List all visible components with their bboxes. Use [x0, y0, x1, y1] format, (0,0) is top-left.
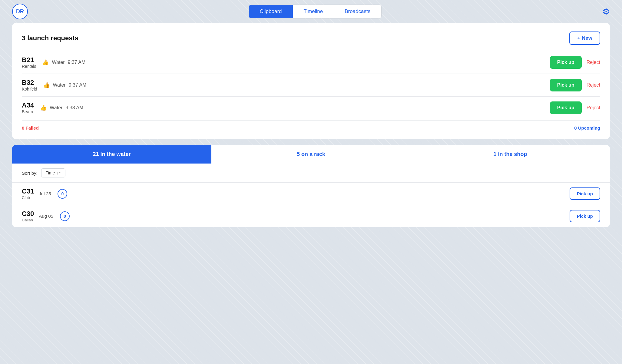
- pickup-button-2[interactable]: Pick up: [550, 79, 582, 91]
- sort-by-label: Sort by:: [22, 170, 38, 176]
- request-actions-2: Pick up Reject: [550, 79, 600, 91]
- boat-code-lg-1: C31: [22, 187, 34, 195]
- request-actions-3: Pick up Reject: [550, 101, 600, 114]
- boat-info-1: B21 Rentals: [22, 56, 36, 69]
- water-label: in the water: [99, 151, 131, 157]
- tab-on-rack[interactable]: 5 on a rack: [211, 145, 411, 164]
- rack-label: on a rack: [300, 151, 325, 157]
- sort-value: Time: [46, 170, 55, 175]
- status-tab-bar: 21 in the water 5 on a rack 1 in the sho…: [12, 145, 610, 164]
- shop-label: in the shop: [497, 151, 527, 157]
- card-title: 3 launch requests: [22, 34, 78, 42]
- request-info-1: 👍 Water 9:37 AM: [42, 59, 85, 66]
- sort-bar: Sort by: Time ↓↑: [12, 164, 610, 182]
- card-footer: 0 Failed 0 Upcoming: [22, 120, 600, 131]
- tab-timeline[interactable]: Timeline: [293, 5, 334, 18]
- rack-count: 5: [297, 151, 300, 157]
- tab-in-shop[interactable]: 1 in the shop: [411, 145, 610, 164]
- reject-button-1[interactable]: Reject: [587, 60, 600, 65]
- boat-code-3: A34: [22, 101, 34, 109]
- thumb-icon-1: 👍: [42, 59, 49, 66]
- launch-requests-card: 3 launch requests + New B21 Rentals 👍 Wa…: [12, 23, 610, 139]
- boat-row-left-2: C30 Callan Aug 05 0: [22, 210, 70, 222]
- boat-date-1: Jul 25: [39, 191, 51, 196]
- tab-broadcasts[interactable]: Broadcasts: [334, 5, 381, 18]
- boat-code-1: B21: [22, 56, 34, 64]
- boat-row-2: C30 Callan Aug 05 0 Pick up: [12, 205, 610, 227]
- request-left-2: B32 Kohlfeld 👍 Water 9:37 AM: [22, 79, 86, 91]
- reject-button-2[interactable]: Reject: [587, 82, 600, 88]
- boat-sub-1: Club: [22, 195, 34, 200]
- boat-detail-1: C31 Club: [22, 187, 34, 200]
- boat-detail-2: C30 Callan: [22, 210, 34, 222]
- boat-info-3: A34 Beam: [22, 101, 34, 114]
- tab-clipboard[interactable]: Clipboard: [249, 5, 293, 18]
- destination-1: Water: [52, 60, 65, 65]
- boat-date-2: Aug 05: [39, 213, 53, 219]
- boat-code-lg-2: C30: [22, 210, 34, 217]
- boat-code-2: B32: [22, 79, 34, 86]
- time-2: 9:37 AM: [69, 82, 87, 88]
- pickup-button-1[interactable]: Pick up: [550, 56, 582, 69]
- bottom-card: 21 in the water 5 on a rack 1 in the sho…: [12, 145, 610, 227]
- thumb-icon-2: 👍: [43, 82, 50, 88]
- boat-info-2: B32 Kohlfeld: [22, 79, 37, 91]
- boat-sub-2: Callan: [22, 218, 34, 222]
- boat-owner-2: Kohlfeld: [22, 87, 37, 91]
- tab-in-water[interactable]: 21 in the water: [12, 145, 211, 164]
- upcoming-link[interactable]: 0 Upcoming: [574, 125, 600, 131]
- reject-button-3[interactable]: Reject: [587, 105, 600, 111]
- thumb-icon-3: 👍: [40, 104, 47, 111]
- new-button[interactable]: + New: [569, 31, 600, 45]
- settings-icon[interactable]: ⚙: [602, 7, 610, 17]
- logo-badge: DR: [12, 4, 28, 19]
- request-row: B21 Rentals 👍 Water 9:37 AM Pick up Reje…: [22, 51, 600, 74]
- destination-3: Water: [50, 105, 62, 111]
- request-info-2: 👍 Water 9:37 AM: [43, 82, 87, 88]
- chat-bubble-2[interactable]: 0: [60, 211, 70, 221]
- water-count: 21: [93, 151, 99, 157]
- request-left-3: A34 Beam 👍 Water 9:38 AM: [22, 101, 83, 114]
- nav-tabs: Clipboard Timeline Broadcasts: [249, 5, 382, 18]
- request-info-3: 👍 Water 9:38 AM: [40, 104, 83, 111]
- shop-count: 1: [493, 151, 496, 157]
- header: DR Clipboard Timeline Broadcasts ⚙: [0, 0, 622, 23]
- chat-bubble-1[interactable]: 0: [58, 189, 67, 199]
- card-header: 3 launch requests + New: [22, 31, 600, 45]
- destination-2: Water: [53, 82, 66, 88]
- chat-count-1: 0: [58, 189, 67, 199]
- sort-icon: ↓↑: [57, 170, 61, 175]
- main-content: 3 launch requests + New B21 Rentals 👍 Wa…: [0, 23, 622, 227]
- pickup-outline-btn-1[interactable]: Pick up: [570, 187, 600, 200]
- request-left-1: B21 Rentals 👍 Water 9:37 AM: [22, 56, 85, 69]
- sort-button[interactable]: Time ↓↑: [41, 168, 66, 177]
- boat-owner-1: Rentals: [22, 64, 36, 69]
- request-row-3: A34 Beam 👍 Water 9:38 AM Pick up Reject: [22, 96, 600, 119]
- failed-link[interactable]: 0 Failed: [22, 125, 39, 131]
- request-actions-1: Pick up Reject: [550, 56, 600, 69]
- pickup-button-3[interactable]: Pick up: [550, 101, 582, 114]
- boat-row-left-1: C31 Club Jul 25 0: [22, 187, 67, 200]
- pickup-outline-btn-2[interactable]: Pick up: [570, 210, 600, 222]
- boat-owner-3: Beam: [22, 109, 34, 114]
- request-row-2: B32 Kohlfeld 👍 Water 9:37 AM Pick up Rej…: [22, 74, 600, 96]
- time-1: 9:37 AM: [68, 60, 86, 65]
- boat-row-1: C31 Club Jul 25 0 Pick up: [12, 182, 610, 205]
- chat-count-2: 0: [60, 211, 70, 221]
- time-3: 9:38 AM: [65, 105, 83, 111]
